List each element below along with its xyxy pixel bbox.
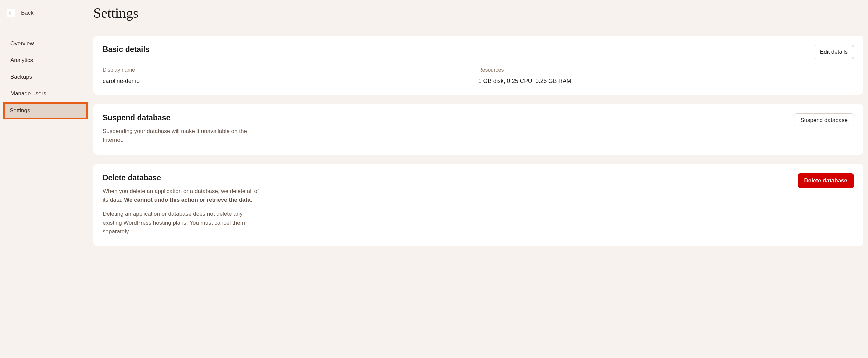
display-name-field: Display name caroline-demo [103,67,478,85]
delete-database-button[interactable]: Delete database [798,173,854,188]
resources-label: Resources [478,67,854,73]
back-label: Back [21,10,34,16]
back-button[interactable]: Back [0,9,89,17]
delete-database-card: Delete database When you delete an appli… [93,164,863,246]
edit-details-button[interactable]: Edit details [814,45,854,59]
display-name-label: Display name [103,67,478,73]
delete-desc-warning: We cannot undo this action or retrieve t… [124,197,252,203]
delete-title: Delete database [103,173,798,182]
delete-description-2: Deleting an application or database does… [103,210,259,236]
page-title: Settings [93,5,863,21]
sidebar: Back Overview Analytics Backups Manage u… [0,0,89,358]
nav-list: Overview Analytics Backups Manage users … [0,35,89,119]
resources-field: Resources 1 GB disk, 0.25 CPU, 0.25 GB R… [478,67,854,85]
resources-value: 1 GB disk, 0.25 CPU, 0.25 GB RAM [478,78,854,85]
suspend-database-card: Suspend database Suspending your databas… [93,104,863,155]
nav-item-analytics[interactable]: Analytics [0,52,89,69]
basic-details-title: Basic details [103,45,150,54]
back-arrow-icon [7,9,16,17]
nav-item-overview[interactable]: Overview [0,35,89,52]
nav-item-backups[interactable]: Backups [0,69,89,85]
delete-description-1: When you delete an application or a data… [103,187,259,205]
nav-item-manage-users[interactable]: Manage users [0,85,89,102]
suspend-description: Suspending your database will make it un… [103,127,259,145]
nav-item-settings[interactable]: Settings [3,102,88,119]
suspend-database-button[interactable]: Suspend database [794,113,854,127]
display-name-value: caroline-demo [103,78,478,85]
main-content: Settings Basic details Edit details Disp… [89,0,868,358]
suspend-title: Suspend database [103,113,794,122]
basic-details-card: Basic details Edit details Display name … [93,36,863,95]
